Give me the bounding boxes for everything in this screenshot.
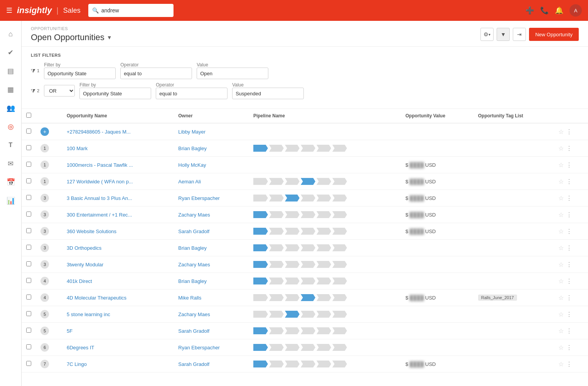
row-checkbox[interactable] — [26, 361, 31, 366]
star-button[interactable]: ☆ — [558, 244, 564, 252]
sidebar-item-tasks[interactable]: ✔ — [2, 44, 19, 61]
star-button[interactable]: ☆ — [558, 278, 564, 285]
more-button[interactable]: ⋮ — [566, 261, 572, 268]
filter-logic-select[interactable]: OR AND — [44, 85, 75, 96]
opportunity-name-link[interactable]: 3twenty Modular — [67, 262, 103, 267]
owner-link[interactable]: Sarah Gradolf — [178, 328, 209, 334]
row-checkbox[interactable] — [26, 212, 31, 217]
col-owner[interactable]: Owner — [174, 109, 249, 123]
row-checkbox[interactable] — [26, 344, 31, 349]
row-checkbox[interactable] — [26, 295, 31, 300]
more-button[interactable]: ⋮ — [566, 178, 572, 185]
col-tags[interactable]: Opportunity Tag List — [473, 109, 554, 123]
opportunity-name-link[interactable]: 3D Orthopedics — [67, 245, 101, 251]
more-button[interactable]: ⋮ — [566, 161, 572, 169]
owner-link[interactable]: Ryan Eberspacher — [178, 345, 220, 350]
more-button[interactable]: ⋮ — [566, 327, 572, 335]
row-checkbox[interactable] — [26, 328, 31, 333]
opportunity-name-link[interactable]: 127 Worldwide ( WFA non p... — [67, 179, 133, 185]
more-button[interactable]: ⋮ — [566, 195, 572, 202]
more-button[interactable]: ⋮ — [566, 294, 572, 301]
star-button[interactable]: ☆ — [558, 145, 564, 152]
filter-operator-1[interactable] — [120, 68, 192, 79]
search-input[interactable] — [88, 4, 174, 17]
opportunity-name-link[interactable]: 5 stone learning inc — [67, 312, 110, 317]
row-checkbox[interactable] — [26, 162, 31, 167]
star-button[interactable]: ☆ — [558, 327, 564, 335]
new-opportunity-button[interactable]: New Opportunity — [529, 28, 579, 41]
opportunity-name-link[interactable]: +27829488605 - Jaques M... — [67, 129, 131, 135]
sidebar-item-analytics[interactable]: 📊 — [2, 192, 19, 209]
owner-link[interactable]: Brian Bagley — [178, 146, 207, 151]
opportunity-name-link[interactable]: 3 Basic Annual to 3 Plus An... — [67, 195, 132, 201]
owner-link[interactable]: Aeman Ali — [178, 179, 201, 185]
star-button[interactable]: ☆ — [558, 228, 564, 235]
row-checkbox[interactable] — [26, 129, 31, 134]
more-button[interactable]: ⋮ — [566, 311, 572, 318]
phone-icon[interactable]: 📞 — [540, 6, 549, 15]
sidebar-item-contacts[interactable]: 👥 — [2, 100, 19, 117]
add-badge[interactable]: + — [40, 127, 49, 136]
opportunity-name-link[interactable]: 7C Lingo — [67, 361, 87, 367]
opportunity-name-link[interactable]: 300 Entertainment / +1 Rec... — [67, 212, 132, 218]
row-checkbox[interactable] — [26, 311, 31, 316]
more-button[interactable]: ⋮ — [566, 128, 572, 135]
owner-link[interactable]: Brian Bagley — [178, 245, 207, 251]
star-button[interactable]: ☆ — [558, 178, 564, 185]
add-icon[interactable]: ➕ — [526, 6, 534, 15]
sidebar-item-email[interactable]: ✉ — [2, 155, 19, 172]
sidebar-item-dashboard[interactable]: ▦ — [2, 81, 19, 98]
owner-link[interactable]: Ryan Eberspacher — [178, 195, 220, 201]
bell-icon[interactable]: 🔔 — [555, 6, 563, 15]
settings-button[interactable]: ⚙ ▾ — [480, 28, 494, 41]
col-opportunity-name[interactable]: Opportunity Name — [62, 109, 174, 123]
more-button[interactable]: ⋮ — [566, 145, 572, 152]
sidebar-item-opportunities[interactable]: ◎ — [2, 118, 19, 135]
page-title[interactable]: Open Opportunities ▼ — [31, 32, 112, 42]
export-button[interactable]: ⇥ — [513, 28, 526, 41]
row-checkbox[interactable] — [26, 195, 31, 200]
owner-link[interactable]: Sarah Gradolf — [178, 229, 209, 234]
more-button[interactable]: ⋮ — [566, 361, 572, 368]
owner-link[interactable]: Brian Bagley — [178, 278, 207, 284]
filter-button[interactable]: ▼ — [497, 28, 510, 41]
opportunity-name-link[interactable]: 360 Website Solutions — [67, 229, 116, 234]
row-checkbox[interactable] — [26, 245, 31, 250]
star-button[interactable]: ☆ — [558, 294, 564, 301]
star-button[interactable]: ☆ — [558, 361, 564, 368]
more-button[interactable]: ⋮ — [566, 278, 572, 285]
opportunity-name-link[interactable]: 4D Molecular Therapeutics — [67, 295, 126, 301]
more-button[interactable]: ⋮ — [566, 228, 572, 235]
select-all-checkbox[interactable] — [26, 113, 31, 118]
row-checkbox[interactable] — [26, 145, 31, 150]
owner-link[interactable]: Mike Ralls — [178, 295, 201, 301]
owner-link[interactable]: Zachary Maes — [178, 212, 210, 218]
hamburger-icon[interactable]: ☰ — [6, 6, 12, 15]
row-checkbox[interactable] — [26, 228, 31, 233]
more-button[interactable]: ⋮ — [566, 344, 572, 351]
star-button[interactable]: ☆ — [558, 128, 564, 135]
filter-value-2[interactable] — [232, 88, 304, 99]
row-checkbox[interactable] — [26, 178, 31, 183]
filter-operator-2[interactable] — [156, 88, 227, 99]
row-checkbox[interactable] — [26, 278, 31, 283]
owner-link[interactable]: Libby Mayer — [178, 129, 206, 135]
star-button[interactable]: ☆ — [558, 195, 564, 202]
filter-value-1[interactable] — [197, 68, 268, 79]
sidebar-item-calendar[interactable]: 📅 — [2, 174, 19, 191]
owner-link[interactable]: Zachary Maes — [178, 262, 210, 267]
owner-link[interactable]: Holly McKay — [178, 162, 206, 168]
tag-chip[interactable]: Ralls_June_2017 — [478, 295, 517, 301]
avatar[interactable]: A — [569, 4, 582, 17]
star-button[interactable]: ☆ — [558, 344, 564, 351]
star-button[interactable]: ☆ — [558, 261, 564, 268]
more-button[interactable]: ⋮ — [566, 244, 572, 252]
col-pipeline[interactable]: Pipeline Name — [249, 109, 401, 123]
row-checkbox[interactable] — [26, 261, 31, 266]
star-button[interactable]: ☆ — [558, 211, 564, 218]
sidebar-item-home[interactable]: ⌂ — [2, 25, 19, 42]
filter-by-field-2[interactable] — [79, 88, 151, 99]
opportunity-name-link[interactable]: 100 Mark — [67, 146, 88, 151]
filter-by-field-1[interactable] — [44, 68, 116, 79]
star-button[interactable]: ☆ — [558, 161, 564, 169]
